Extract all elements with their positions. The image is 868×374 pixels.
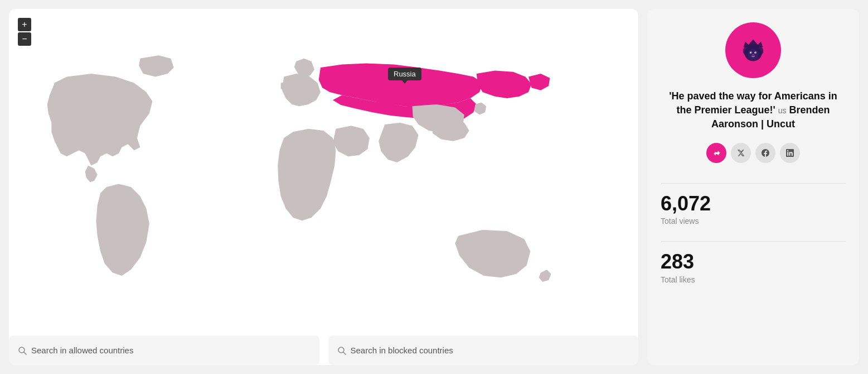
twitter-share-button[interactable] — [731, 143, 751, 163]
premier-league-logo — [734, 31, 773, 70]
blocked-countries-search[interactable]: Search in blocked countries — [328, 335, 639, 365]
facebook-icon — [762, 149, 769, 157]
title-flag: us — [778, 106, 787, 115]
world-map — [18, 18, 629, 356]
views-stat-block: 6,072 Total views — [661, 193, 846, 226]
likes-stat-block: 283 Total likes — [661, 251, 846, 284]
zoom-in-button[interactable]: + — [18, 18, 31, 31]
map-controls: + − — [18, 18, 31, 46]
allowed-countries-search[interactable]: Search in allowed countries — [9, 335, 319, 365]
total-likes-count: 283 — [661, 251, 846, 273]
facebook-share-button[interactable] — [755, 143, 775, 163]
svg-point-10 — [750, 52, 751, 54]
share-button[interactable] — [706, 143, 726, 163]
video-title: 'He paved the way for Americans in the P… — [661, 89, 846, 132]
search-icon-allowed — [18, 346, 27, 355]
total-views-label: Total views — [661, 217, 846, 226]
allowed-countries-label: Search in allowed countries — [31, 346, 133, 355]
svg-point-11 — [755, 52, 757, 54]
share-icons-container — [706, 143, 800, 163]
search-icon-blocked — [337, 346, 346, 355]
twitter-icon — [737, 149, 745, 157]
total-likes-label: Total likes — [661, 275, 846, 284]
channel-logo — [725, 22, 781, 78]
share-arrow-icon — [712, 148, 721, 157]
blocked-countries-label: Search in blocked countries — [351, 346, 453, 355]
search-bars: Search in allowed countries Search in bl… — [9, 335, 638, 365]
svg-line-3 — [343, 352, 346, 354]
total-views-count: 6,072 — [661, 193, 846, 215]
linkedin-share-button[interactable] — [780, 143, 800, 163]
right-panel: 'He paved the way for Americans in the P… — [647, 9, 859, 365]
divider-1 — [661, 183, 846, 184]
map-panel: + − Russia — [9, 9, 638, 365]
svg-line-1 — [24, 352, 26, 354]
linkedin-icon — [786, 149, 794, 157]
svg-point-12 — [752, 54, 754, 56]
divider-2 — [661, 241, 846, 242]
zoom-out-button[interactable]: − — [18, 32, 31, 46]
